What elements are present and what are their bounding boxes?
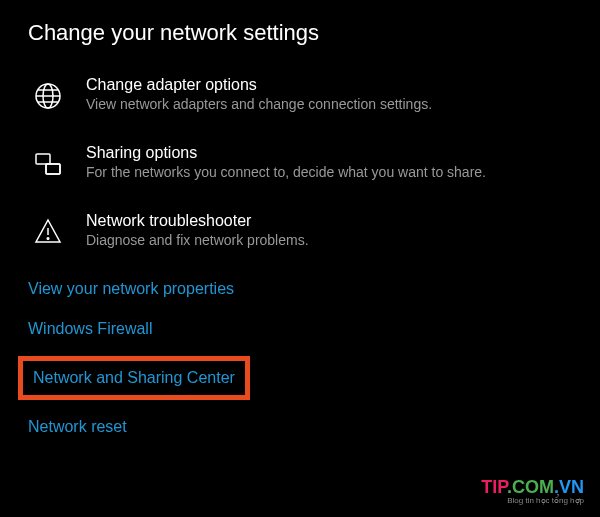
network-troubleshooter-item[interactable]: Network troubleshooter Diagnose and fix … bbox=[28, 212, 572, 252]
watermark-brand: TIP.COM.VN bbox=[481, 477, 584, 498]
svg-rect-6 bbox=[46, 164, 60, 174]
setting-title: Network troubleshooter bbox=[86, 212, 572, 230]
page-title: Change your network settings bbox=[28, 20, 572, 46]
change-adapter-options-item[interactable]: Change adapter options View network adap… bbox=[28, 76, 572, 116]
warning-triangle-icon bbox=[28, 212, 68, 252]
network-reset-link[interactable]: Network reset bbox=[28, 418, 127, 436]
sharing-icon bbox=[28, 144, 68, 184]
view-network-properties-link[interactable]: View your network properties bbox=[28, 280, 234, 298]
svg-point-9 bbox=[47, 238, 49, 240]
svg-rect-5 bbox=[36, 154, 50, 164]
setting-subtitle: Diagnose and fix network problems. bbox=[86, 232, 572, 248]
sharing-options-item[interactable]: Sharing options For the networks you con… bbox=[28, 144, 572, 184]
setting-title: Sharing options bbox=[86, 144, 572, 162]
highlighted-selection: Network and Sharing Center bbox=[18, 356, 250, 400]
watermark: TIP.COM.VN Blog tin học tổng hợp bbox=[481, 477, 584, 505]
globe-icon bbox=[28, 76, 68, 116]
setting-subtitle: For the networks you connect to, decide … bbox=[86, 164, 572, 180]
network-sharing-center-link[interactable]: Network and Sharing Center bbox=[33, 369, 235, 387]
setting-text: Network troubleshooter Diagnose and fix … bbox=[86, 212, 572, 248]
setting-title: Change adapter options bbox=[86, 76, 572, 94]
windows-firewall-link[interactable]: Windows Firewall bbox=[28, 320, 152, 338]
setting-subtitle: View network adapters and change connect… bbox=[86, 96, 572, 112]
setting-text: Change adapter options View network adap… bbox=[86, 76, 572, 112]
setting-text: Sharing options For the networks you con… bbox=[86, 144, 572, 180]
